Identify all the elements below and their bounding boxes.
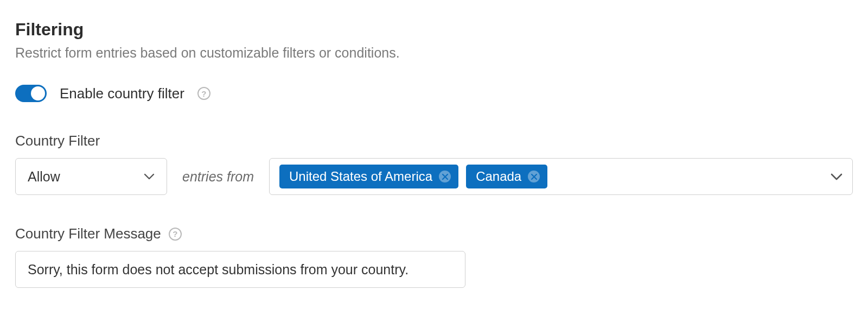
chevron-down-icon bbox=[144, 173, 155, 180]
toggle-knob bbox=[31, 86, 45, 100]
country-tag-label: Canada bbox=[476, 169, 521, 184]
remove-tag-icon[interactable] bbox=[439, 171, 451, 182]
enable-country-filter-row: Enable country filter ? bbox=[15, 85, 853, 102]
enable-country-filter-label: Enable country filter bbox=[60, 85, 184, 102]
enable-country-filter-toggle[interactable] bbox=[15, 85, 47, 102]
country-filter-row: Allow entries from United States of Amer… bbox=[15, 158, 853, 195]
country-multi-select[interactable]: United States of America Canada bbox=[269, 158, 853, 195]
section-description: Restrict form entries based on customiza… bbox=[15, 45, 853, 61]
country-filter-label-text: Country Filter bbox=[15, 133, 100, 149]
country-filter-message-input[interactable] bbox=[15, 251, 465, 288]
country-filter-message-label-text: Country Filter Message bbox=[15, 225, 161, 242]
chevron-down-icon bbox=[831, 173, 843, 180]
entries-from-text: entries from bbox=[182, 169, 254, 185]
help-icon[interactable]: ? bbox=[197, 87, 210, 100]
section-title: Filtering bbox=[15, 20, 853, 40]
filtering-section: Filtering Restrict form entries based on… bbox=[15, 20, 853, 288]
country-filter-mode-select[interactable]: Allow bbox=[15, 158, 167, 195]
country-filter-label: Country Filter bbox=[15, 133, 853, 149]
remove-tag-icon[interactable] bbox=[528, 171, 540, 182]
country-filter-mode-value: Allow bbox=[28, 169, 60, 185]
help-icon[interactable]: ? bbox=[169, 228, 182, 241]
country-tag: United States of America bbox=[279, 165, 458, 188]
country-tag-label: United States of America bbox=[289, 169, 432, 184]
country-tag: Canada bbox=[466, 165, 547, 188]
country-filter-message-label: Country Filter Message ? bbox=[15, 225, 853, 242]
